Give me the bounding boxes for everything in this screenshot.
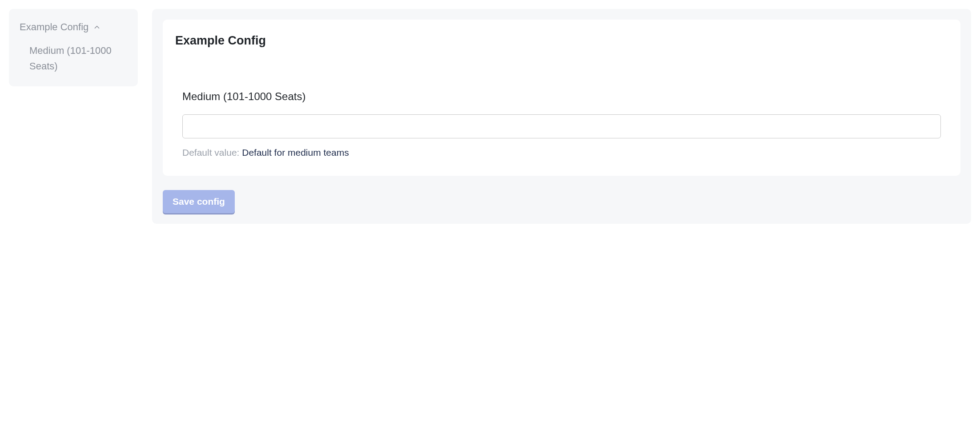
config-value-input[interactable]: [182, 114, 941, 138]
layout: Example Config Medium (101-1000 Seats) E…: [9, 9, 971, 224]
config-card: Example Config Medium (101-1000 Seats) D…: [163, 20, 960, 176]
field-label: Medium (101-1000 Seats): [182, 90, 941, 103]
chevron-up-icon: [93, 23, 101, 31]
sidebar-title: Example Config: [20, 21, 88, 33]
sidebar-item[interactable]: Medium (101-1000 Seats): [29, 43, 127, 74]
sidebar: Example Config Medium (101-1000 Seats): [9, 9, 138, 86]
default-value-row: Default value: Default for medium teams: [182, 147, 941, 158]
field-group: Medium (101-1000 Seats) Default value: D…: [175, 90, 948, 158]
card-title: Example Config: [175, 34, 948, 48]
sidebar-item-label: Medium (101-1000 Seats): [29, 43, 127, 74]
main-panel: Example Config Medium (101-1000 Seats) D…: [152, 9, 971, 224]
default-value-text: Default for medium teams: [242, 147, 349, 158]
default-value-label: Default value:: [182, 147, 242, 158]
sidebar-header[interactable]: Example Config: [20, 21, 127, 33]
save-config-button[interactable]: Save config: [163, 190, 235, 213]
